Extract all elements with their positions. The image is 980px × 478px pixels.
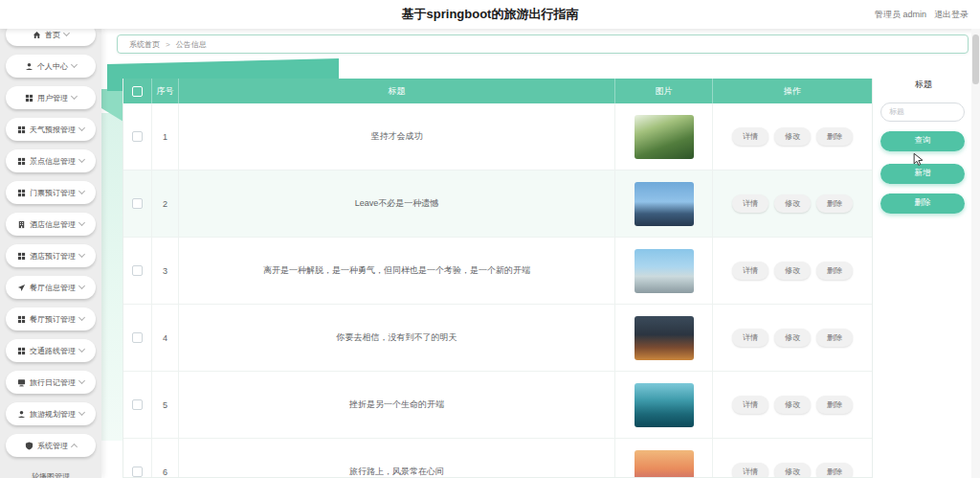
sidebar-item-restaurant-booking-mgmt[interactable]: 餐厅预订管理	[6, 307, 96, 330]
delete-button[interactable]: 删除	[816, 262, 853, 280]
home-icon	[33, 31, 41, 39]
edit-button[interactable]: 修改	[774, 396, 811, 414]
detail-button[interactable]: 详情	[732, 262, 768, 280]
row-checkbox[interactable]	[132, 332, 143, 343]
delete-button[interactable]: 删除	[816, 329, 853, 347]
row-index: 3	[152, 238, 179, 304]
buddha-statue-photo	[635, 249, 694, 293]
filter-panel: 标题 查询 新增 删除	[880, 79, 967, 214]
sidebar: 首页 个人中心 用户管理 天气预报管理 景点信息管理 门票预订管理	[0, 29, 101, 478]
row-checkbox[interactable]	[132, 467, 143, 477]
edit-button[interactable]: 修改	[774, 262, 811, 280]
delete-button[interactable]: 删除	[816, 194, 853, 213]
column-header-title: 标题	[179, 79, 615, 103]
chevron-down-icon	[71, 61, 78, 68]
table-row: 1 坚持才会成功 详情 修改 删除	[123, 103, 872, 171]
row-index: 1	[152, 103, 179, 170]
chevron-up-icon	[71, 444, 78, 450]
row-title: 旅行路上，风景常在心间	[179, 439, 615, 478]
delete-button[interactable]: 删除	[816, 396, 853, 414]
chevron-down-icon	[63, 30, 70, 36]
sidebar-item-hotel-info-mgmt[interactable]: 酒店信息管理	[6, 213, 96, 236]
edit-button[interactable]: 修改	[774, 463, 811, 478]
column-header-image: 图片	[615, 79, 713, 103]
delete-button[interactable]: 删除	[816, 127, 853, 146]
table-row: 6 旅行路上，风景常在心间 详情 修改 删除	[123, 439, 872, 478]
detail-button[interactable]: 详情	[732, 127, 768, 146]
table-row: 3 离开是一种解脱，是一种勇气，但同样也是一个考验，是一个新的开端 详情 修改 …	[123, 238, 872, 305]
table-row: 2 Leave不必是一种遗憾 详情 修改 删除	[123, 171, 872, 238]
detail-button[interactable]: 详情	[732, 463, 768, 478]
column-header-actions: 操作	[713, 79, 872, 103]
sunset-photo	[635, 450, 694, 478]
sidebar-item-weather-mgmt[interactable]: 天气预报管理	[6, 118, 96, 141]
select-all-checkbox[interactable]	[132, 86, 143, 97]
breadcrumb-current: 公告信息	[176, 39, 207, 50]
sidebar-item-restaurant-info-mgmt[interactable]: 餐厅信息管理	[6, 276, 96, 299]
detail-button[interactable]: 详情	[732, 194, 768, 213]
grid-icon	[17, 125, 26, 134]
breadcrumb-home[interactable]: 系统首页	[129, 39, 160, 50]
logout-link[interactable]: 退出登录	[934, 0, 969, 29]
page-title: 基于springboot的旅游出行指南	[0, 0, 980, 29]
chevron-down-icon	[78, 377, 85, 384]
row-checkbox[interactable]	[132, 198, 143, 209]
sidebar-item-traffic-route-mgmt[interactable]: 交通路线管理	[6, 339, 96, 362]
row-index: 2	[152, 171, 179, 237]
scrollbar-track	[971, 29, 980, 478]
search-button[interactable]: 查询	[880, 131, 965, 151]
sidebar-subitem-carousel-mgmt[interactable]: 轮播图管理	[0, 466, 101, 478]
row-index: 6	[152, 439, 179, 478]
edit-button[interactable]: 修改	[774, 329, 811, 347]
add-button[interactable]: 新增	[880, 164, 965, 184]
table-header-row: 序号 标题 图片 操作	[123, 79, 872, 103]
row-checkbox[interactable]	[132, 131, 143, 142]
detail-button[interactable]: 详情	[732, 396, 768, 414]
table-row: 4 你要去相信，没有到不了的明天 详情 修改 删除	[123, 305, 872, 372]
grid-icon	[17, 347, 26, 355]
sidebar-item-system-mgmt[interactable]: 系统管理	[6, 434, 96, 457]
sidebar-item-travel-diary-mgmt[interactable]: 旅行日记管理	[6, 371, 96, 394]
breadcrumb-separator: >	[166, 40, 170, 49]
filter-title-label: 标题	[880, 79, 967, 91]
sidebar-item-travel-plan-mgmt[interactable]: 旅游规划管理	[6, 402, 96, 425]
sidebar-item-user-mgmt[interactable]: 用户管理	[6, 86, 96, 109]
user-icon	[25, 62, 33, 71]
great-wall-sky-photo	[635, 182, 694, 226]
delete-selected-button[interactable]: 删除	[880, 193, 965, 214]
chevron-down-icon	[71, 93, 78, 100]
forest-river-photo	[635, 115, 694, 159]
decorative-strip	[100, 113, 123, 441]
row-checkbox[interactable]	[132, 399, 143, 410]
grid-icon	[17, 157, 26, 166]
sidebar-item-hotel-booking-mgmt[interactable]: 酒店预订管理	[6, 244, 96, 267]
delete-button[interactable]: 删除	[816, 463, 853, 478]
row-index: 5	[152, 372, 179, 438]
grid-icon	[17, 315, 26, 324]
chevron-down-icon	[78, 283, 85, 289]
row-title: Leave不必是一种遗憾	[179, 171, 615, 237]
column-header-index: 序号	[152, 79, 179, 103]
row-title: 挫折是另一个生命的开端	[179, 372, 615, 438]
edit-button[interactable]: 修改	[774, 194, 811, 213]
scrollbar-thumb[interactable]	[972, 34, 979, 84]
edit-button[interactable]: 修改	[774, 127, 811, 146]
title-search-input[interactable]	[880, 102, 965, 122]
chevron-down-icon	[78, 188, 85, 194]
monitor-icon	[17, 378, 26, 387]
grid-icon	[17, 252, 26, 261]
detail-button[interactable]: 详情	[732, 329, 768, 347]
chevron-down-icon	[78, 314, 85, 321]
grid-icon	[17, 189, 26, 197]
shield-icon	[25, 442, 33, 450]
user-icon	[17, 410, 26, 419]
sidebar-item-scenic-info-mgmt[interactable]: 景点信息管理	[6, 149, 96, 172]
sidebar-item-personal-center[interactable]: 个人中心	[6, 55, 96, 78]
row-title: 你要去相信，没有到不了的明天	[179, 305, 615, 371]
sidebar-item-ticket-booking-mgmt[interactable]: 门票预订管理	[6, 181, 96, 204]
row-checkbox[interactable]	[132, 265, 143, 276]
chevron-down-icon	[78, 125, 85, 131]
chevron-down-icon	[78, 219, 85, 226]
grid-icon	[25, 94, 33, 102]
sidebar-item-home[interactable]: 首页	[6, 29, 96, 46]
